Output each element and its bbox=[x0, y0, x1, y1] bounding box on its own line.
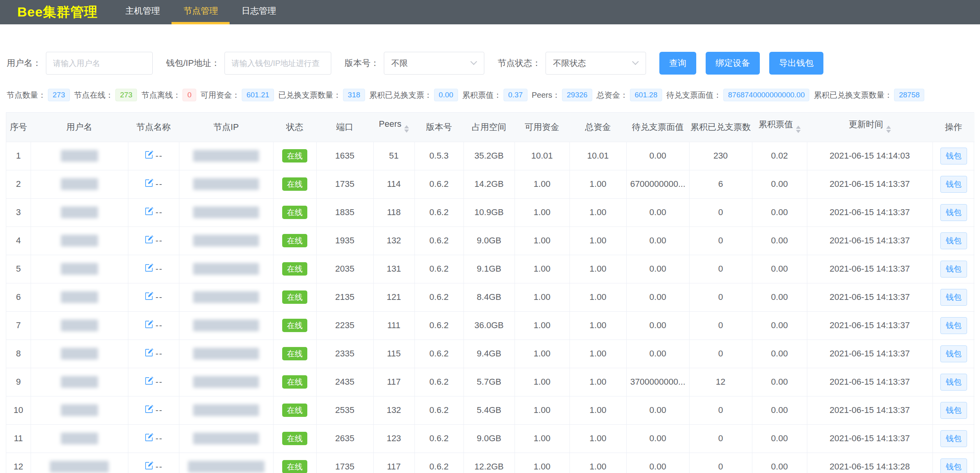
version-select-value: 不限 bbox=[391, 58, 408, 69]
top-navbar: Bee集群管理 主机管理节点管理日志管理 bbox=[0, 0, 980, 24]
cell-node_ip bbox=[179, 226, 273, 255]
stat-label: Peers： bbox=[532, 90, 560, 100]
table-row: 7--在线22351110.6.236.0GB1.001.000.0000.00… bbox=[6, 311, 975, 340]
wallet-button[interactable]: 钱包 bbox=[940, 148, 967, 164]
cell-node_ip bbox=[179, 255, 273, 283]
cell-index: 3 bbox=[6, 198, 31, 226]
cell-pending: 0.00 bbox=[626, 198, 689, 226]
table-row: 12--在线17351170.6.212.2GB1.001.000.0000.0… bbox=[6, 453, 975, 473]
sort-caret[interactable] bbox=[796, 123, 801, 135]
cell-ticket: 0.00 bbox=[752, 226, 807, 255]
sort-caret[interactable] bbox=[886, 123, 891, 135]
cell-space: 12.2GB bbox=[464, 453, 515, 473]
wallet-button[interactable]: 钱包 bbox=[940, 402, 967, 419]
cell-index: 4 bbox=[6, 226, 31, 255]
edit-icon[interactable] bbox=[144, 347, 154, 360]
node-name-placeholder: -- bbox=[155, 320, 163, 331]
node-name: -- bbox=[144, 234, 163, 247]
column-header-peers[interactable]: Peers bbox=[373, 113, 414, 142]
wallet-button[interactable]: 钱包 bbox=[940, 317, 967, 334]
stat-item: 总资金：601.28 bbox=[597, 89, 662, 101]
wallet-button[interactable]: 钱包 bbox=[940, 458, 967, 473]
column-header-index: 序号 bbox=[6, 113, 31, 142]
column-header-updated[interactable]: 更新时间 bbox=[807, 113, 933, 142]
cell-total: 1.00 bbox=[569, 424, 626, 453]
cell-pending: 0.00 bbox=[626, 424, 689, 453]
username-label: 用户名： bbox=[7, 57, 41, 69]
stat-item: 累积已兑换支票：0.00 bbox=[369, 89, 458, 101]
cell-updated: 2021-06-15 14:13:37 bbox=[807, 311, 933, 340]
edit-icon[interactable] bbox=[144, 291, 154, 303]
column-header-label: 占用空间 bbox=[472, 122, 506, 132]
cell-total: 1.00 bbox=[569, 340, 626, 368]
cell-ticket: 0.00 bbox=[752, 311, 807, 340]
cell-available: 1.00 bbox=[515, 226, 569, 255]
stat-value-badge: 318 bbox=[343, 89, 365, 101]
cell-redeemed: 0 bbox=[689, 226, 752, 255]
stat-label: 节点在线： bbox=[74, 90, 113, 100]
stat-item: 待兑支票面值：8768740000000000.00 bbox=[666, 89, 809, 101]
query-button[interactable]: 查询 bbox=[659, 52, 696, 75]
cell-redeemed: 0 bbox=[689, 453, 752, 473]
stat-value-badge: 0.00 bbox=[434, 89, 458, 101]
stat-item: 节点离线：0 bbox=[141, 89, 196, 101]
redacted-username bbox=[61, 291, 98, 303]
node-name-placeholder: -- bbox=[155, 462, 163, 472]
chevron-down-icon bbox=[470, 58, 477, 65]
column-header-label: 节点名称 bbox=[136, 122, 171, 132]
node-name-placeholder: -- bbox=[155, 264, 163, 274]
status-select[interactable]: 不限状态 bbox=[546, 52, 646, 75]
cell-space: 10.9GB bbox=[464, 198, 515, 226]
wallet-button[interactable]: 钱包 bbox=[940, 204, 967, 221]
cell-index: 10 bbox=[6, 396, 31, 424]
nav-tabs: 主机管理节点管理日志管理 bbox=[113, 0, 288, 24]
column-header-username: 用户名 bbox=[31, 113, 128, 142]
username-input[interactable] bbox=[46, 52, 153, 75]
wallet-input[interactable] bbox=[224, 52, 331, 75]
sort-caret[interactable] bbox=[404, 123, 409, 135]
edit-icon[interactable] bbox=[144, 376, 154, 388]
edit-icon[interactable] bbox=[144, 404, 154, 416]
export-wallet-button[interactable]: 导出钱包 bbox=[769, 52, 823, 75]
column-header-label: 用户名 bbox=[66, 122, 92, 132]
stat-label: 已兑换支票数量： bbox=[278, 90, 341, 100]
cell-updated: 2021-06-15 14:14:03 bbox=[807, 142, 933, 170]
table-row: 2--在线17351140.6.214.2GB1.001.00670000000… bbox=[6, 170, 975, 198]
edit-icon[interactable] bbox=[144, 319, 154, 332]
redacted-node-ip bbox=[193, 206, 259, 218]
edit-icon[interactable] bbox=[144, 150, 154, 162]
bind-device-button[interactable]: 绑定设备 bbox=[706, 52, 760, 75]
edit-icon[interactable] bbox=[144, 178, 154, 190]
redacted-node-ip bbox=[193, 291, 259, 303]
wallet-button[interactable]: 钱包 bbox=[940, 176, 967, 193]
wallet-button[interactable]: 钱包 bbox=[940, 232, 967, 249]
nav-tab[interactable]: 主机管理 bbox=[113, 0, 172, 24]
column-header-total: 总资金 bbox=[569, 113, 626, 142]
node-name: -- bbox=[144, 291, 163, 303]
edit-icon[interactable] bbox=[144, 234, 154, 247]
cell-available: 1.00 bbox=[515, 453, 569, 473]
wallet-button[interactable]: 钱包 bbox=[940, 374, 967, 391]
column-header-ticket[interactable]: 累积票值 bbox=[752, 113, 807, 142]
cell-ticket: 0.00 bbox=[752, 255, 807, 283]
wallet-button[interactable]: 钱包 bbox=[940, 261, 967, 278]
wallet-button[interactable]: 钱包 bbox=[940, 430, 967, 447]
wallet-button[interactable]: 钱包 bbox=[940, 289, 967, 306]
table-header-row: 序号用户名节点名称节点IP状态端口Peers版本号占用空间可用资金总资金待兑支票… bbox=[6, 113, 975, 142]
cell-version: 0.6.2 bbox=[414, 283, 464, 311]
edit-icon[interactable] bbox=[144, 206, 154, 219]
redacted-username bbox=[61, 150, 98, 162]
nav-tab[interactable]: 节点管理 bbox=[172, 0, 230, 24]
edit-icon[interactable] bbox=[144, 263, 154, 275]
status-badge-online: 在线 bbox=[282, 177, 307, 191]
edit-icon[interactable] bbox=[144, 460, 154, 473]
status-badge-online: 在线 bbox=[282, 206, 307, 219]
column-header-label: 状态 bbox=[286, 122, 303, 132]
cell-space: 9.4GB bbox=[464, 340, 515, 368]
version-select[interactable]: 不限 bbox=[384, 52, 484, 75]
cell-redeemed: 0 bbox=[689, 424, 752, 453]
wallet-button[interactable]: 钱包 bbox=[940, 345, 967, 362]
nav-tab[interactable]: 日志管理 bbox=[230, 0, 288, 24]
cell-ticket: 0.00 bbox=[752, 453, 807, 473]
edit-icon[interactable] bbox=[144, 432, 154, 445]
